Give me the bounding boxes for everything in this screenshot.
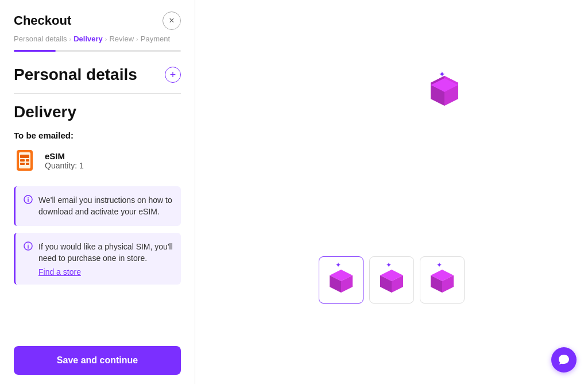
breadcrumb-sep-2: › [105, 36, 107, 43]
esim-name: eSIM [45, 151, 84, 161]
box-container-1[interactable]: ✦ [319, 256, 363, 304]
progress-bar-fill [14, 50, 56, 52]
info-box-email: We'll email you instructions on how to d… [14, 186, 181, 226]
svg-text:✦: ✦ [335, 261, 341, 269]
info-icon-2 [24, 241, 33, 277]
right-panel: ✦ [195, 0, 588, 384]
box-container-3[interactable]: ✦ [420, 256, 465, 304]
personal-details-title: Personal details [14, 66, 137, 84]
close-button[interactable]: × [163, 11, 181, 30]
large-box-area: ✦ [421, 69, 467, 117]
esim-item: eSIM Quantity: 1 [14, 148, 181, 172]
save-btn-container: Save and continue [0, 337, 195, 384]
large-box-svg: ✦ [421, 69, 467, 115]
esim-icon [14, 148, 38, 172]
boxes-row: ✦ ✦ [319, 256, 465, 304]
box-3-svg: ✦ [424, 260, 461, 297]
info-box-store-content: If you would like a physical SIM, you'll… [38, 241, 173, 277]
esim-quantity: Quantity: 1 [45, 161, 84, 170]
info-text-email: We'll email you instructions on how to d… [38, 194, 173, 218]
svg-point-8 [28, 197, 29, 198]
breadcrumb-payment[interactable]: Payment [141, 34, 170, 43]
svg-text:✦: ✦ [436, 261, 442, 269]
svg-rect-2 [20, 155, 29, 158]
breadcrumb-sep-1: › [69, 36, 72, 43]
personal-details-section-header: Personal details + [14, 66, 181, 84]
svg-text:✦: ✦ [386, 261, 392, 269]
box-2-svg: ✦ [373, 260, 410, 297]
left-panel: Checkout × Personal details › Delivery ›… [0, 0, 195, 384]
checkout-header: Checkout × [0, 0, 195, 30]
box-container-2[interactable]: ✦ [369, 256, 414, 304]
checkout-title: Checkout [14, 13, 71, 28]
add-personal-details-button[interactable]: + [165, 67, 181, 83]
svg-rect-6 [26, 163, 29, 165]
breadcrumb-review[interactable]: Review [109, 34, 134, 43]
chat-icon [558, 354, 570, 366]
info-icon-1 [24, 195, 33, 218]
svg-point-10 [28, 243, 29, 244]
chat-button[interactable] [551, 347, 577, 373]
section-divider [14, 93, 181, 94]
find-a-store-link[interactable]: Find a store [38, 267, 173, 277]
svg-rect-3 [20, 159, 25, 162]
svg-rect-5 [26, 159, 29, 162]
info-box-store: If you would like a physical SIM, you'll… [14, 233, 181, 285]
breadcrumb: Personal details › Delivery › Review › P… [0, 30, 195, 43]
progress-bar [14, 50, 181, 52]
breadcrumb-delivery[interactable]: Delivery [74, 34, 103, 43]
esim-info: eSIM Quantity: 1 [45, 151, 84, 170]
to-be-emailed-label: To be emailed: [14, 130, 181, 140]
save-and-continue-button[interactable]: Save and continue [14, 346, 181, 375]
info-text-store: If you would like a physical SIM, you'll… [38, 242, 173, 263]
breadcrumb-personal-details[interactable]: Personal details [14, 34, 67, 43]
box-1-svg: ✦ [323, 260, 359, 297]
panel-content: Personal details + Delivery To be emaile… [0, 52, 195, 384]
delivery-title: Delivery [14, 103, 181, 121]
svg-rect-4 [20, 163, 25, 165]
breadcrumb-sep-3: › [136, 36, 138, 43]
